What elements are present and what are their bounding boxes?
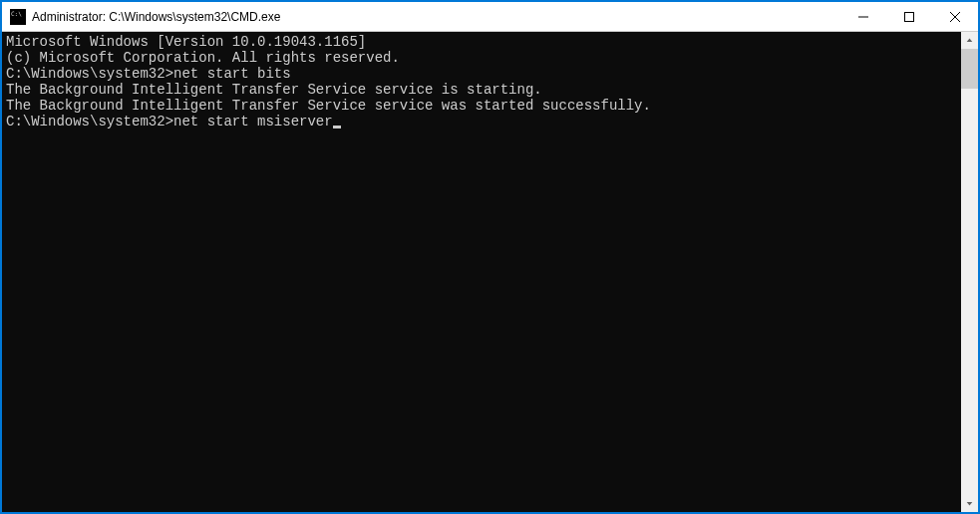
terminal-line: The Background Intelligent Transfer Serv… [6,82,957,98]
scroll-track[interactable] [961,49,978,495]
command: net start msiserver [173,114,333,129]
command: net start bits [173,66,291,82]
scroll-thumb[interactable] [961,49,978,89]
terminal-container: Microsoft Windows [Version 10.0.19043.11… [2,32,978,512]
svg-rect-1 [905,12,914,21]
minimize-button[interactable] [840,2,886,31]
cursor [333,126,341,128]
maximize-button[interactable] [886,2,932,31]
window-title: Administrator: C:\Windows\system32\CMD.e… [32,10,840,24]
prompt: C:\Windows\system32> [6,114,173,129]
terminal-line: C:\Windows\system32>net start msiserver [6,114,957,129]
window-controls [840,2,978,31]
vertical-scrollbar[interactable] [961,32,978,512]
cmd-window: Administrator: C:\Windows\system32\CMD.e… [1,1,979,513]
titlebar[interactable]: Administrator: C:\Windows\system32\CMD.e… [2,2,978,32]
close-button[interactable] [932,2,978,31]
scroll-up-button[interactable] [961,32,978,49]
cmd-icon [10,9,26,25]
terminal-line: Microsoft Windows [Version 10.0.19043.11… [6,34,957,50]
terminal-line: The Background Intelligent Transfer Serv… [6,98,957,114]
terminal-output[interactable]: Microsoft Windows [Version 10.0.19043.11… [2,32,961,512]
terminal-line: C:\Windows\system32>net start bits [6,66,957,82]
prompt: C:\Windows\system32> [6,66,173,82]
scroll-down-button[interactable] [961,495,978,512]
terminal-line: (c) Microsoft Corporation. All rights re… [6,50,957,66]
